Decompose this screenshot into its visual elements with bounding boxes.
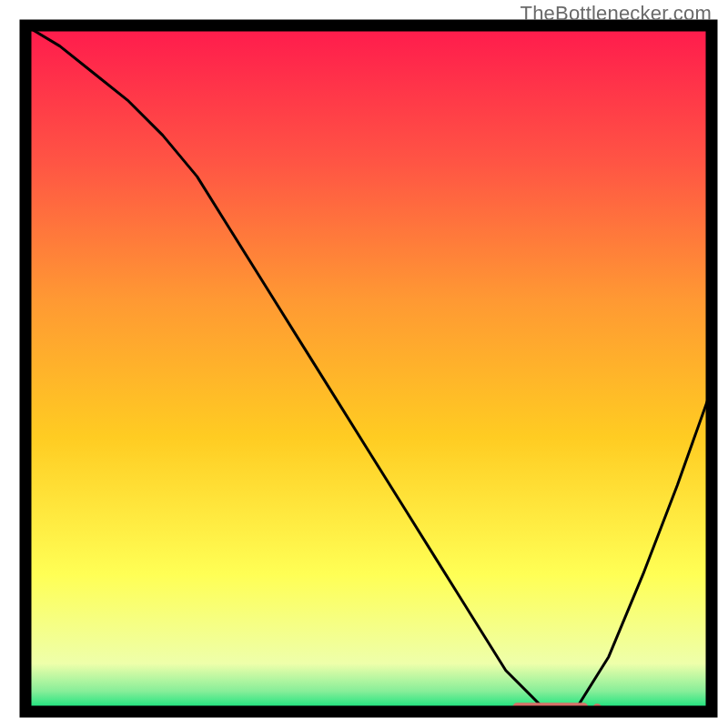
chart-background <box>25 25 712 712</box>
chart-container: TheBottlenecker.com <box>0 0 728 728</box>
bottleneck-chart <box>0 0 728 728</box>
watermark-text: TheBottlenecker.com <box>521 2 712 25</box>
